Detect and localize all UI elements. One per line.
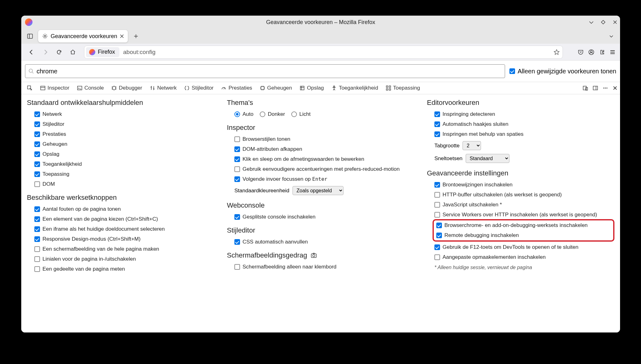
inspector-opt-1[interactable]: DOM-attributen afkappen	[234, 146, 414, 152]
inspector-opt-3[interactable]: Gebruik eenvoudigere accentueringen met …	[234, 166, 414, 172]
pocket-icon[interactable]	[578, 49, 584, 55]
all-tabs-button[interactable]	[606, 31, 617, 42]
tab-accessibility[interactable]: Toegankelijkheid	[328, 83, 381, 93]
close-icon[interactable]	[613, 20, 618, 25]
reload-button[interactable]	[53, 46, 65, 58]
adv-opt-0[interactable]: Brontoewijzingen inschakelen	[434, 182, 614, 188]
toolbox-btn-4[interactable]: Een schermafbeelding van de hele pagina …	[34, 246, 214, 252]
adv-highlight-0[interactable]: Browserchrome- en add-on-debugging-werks…	[436, 222, 611, 229]
search-box[interactable]	[25, 64, 505, 78]
navbar: Firefox about:config	[21, 44, 620, 61]
section-toolbox-buttons-title: Beschikbare werksetknoppen	[27, 194, 214, 202]
tab-memory[interactable]: Geheugen	[257, 83, 295, 93]
forward-button[interactable]	[39, 46, 51, 58]
editor-opt-2[interactable]: Inspringen met behulp van spaties	[434, 131, 614, 137]
content: Alleen gewijzigde voorkeuren tonen Inspe…	[21, 61, 620, 332]
modified-only-checkbox[interactable]: Alleen gewijzigde voorkeuren tonen	[509, 68, 616, 75]
editor-opt-0[interactable]: Inspringing detecteren	[434, 111, 614, 117]
window: Geavanceerde voorkeuren – Mozilla Firefo…	[21, 16, 620, 332]
home-button[interactable]	[67, 46, 79, 58]
color-unit-select[interactable]: Zoals opgesteld	[293, 186, 343, 195]
shortcuts-select[interactable]: Standaard	[466, 154, 509, 163]
css-autocomplete[interactable]: CSS automatisch aanvullen	[234, 239, 414, 245]
section-webconsole-title: Webconsole	[227, 201, 414, 209]
tab-about-config[interactable]: Geavanceerde voorkeuren	[38, 30, 128, 42]
back-button[interactable]	[26, 46, 38, 58]
tab-style[interactable]: Stijleditor	[181, 83, 217, 93]
toolbox-btn-5[interactable]: Linialen voor de pagina in-/uitschakelen	[34, 256, 214, 262]
minimize-icon[interactable]	[589, 20, 594, 25]
pick-element-button[interactable]	[24, 83, 36, 93]
theme-dark[interactable]: Donker	[260, 111, 285, 117]
adv-opt-1[interactable]: HTTP-buffer uitschakelen (als werkset is…	[434, 192, 614, 198]
tab-network[interactable]: Netwerk	[147, 83, 180, 93]
toolbox-btn-0[interactable]: Aantal fouten op de pagina tonen	[34, 206, 214, 212]
checkbox-icon	[234, 136, 240, 142]
svg-point-26	[605, 87, 606, 88]
toolbox-btn-3[interactable]: Responsive Design-modus (Ctrl+Shift+M)	[34, 236, 214, 242]
tab-storage[interactable]: Opslag	[296, 83, 327, 93]
default-tool-2[interactable]: Prestaties	[34, 131, 214, 137]
maximize-icon[interactable]	[601, 20, 606, 25]
checkbox-icon	[234, 264, 240, 270]
menu-icon[interactable]	[609, 49, 616, 55]
new-tab-button[interactable]	[130, 31, 142, 42]
tab-application[interactable]: Toepassing	[383, 83, 423, 93]
adv-highlight-1[interactable]: Remote debugging inschakelen	[436, 232, 611, 239]
theme-auto[interactable]: Auto	[234, 111, 253, 117]
inspector-opt-0[interactable]: Browserstijlen tonen	[234, 136, 414, 142]
adv-opt-2[interactable]: JavaScript uitschakelen *	[434, 202, 614, 208]
dock-side-icon[interactable]	[593, 85, 598, 91]
checkbox-icon	[34, 216, 40, 222]
default-tool-6[interactable]: Toepassing	[34, 171, 214, 177]
svg-rect-10	[78, 86, 82, 90]
firefox-logo-icon	[89, 49, 95, 55]
responsive-mode-icon[interactable]	[583, 85, 588, 91]
editor-opt-1[interactable]: Automatisch haakjes sluiten	[434, 121, 614, 127]
adv-opt-3[interactable]: Service Workers over HTTP inschakelen (a…	[434, 212, 614, 218]
adv-opt-after-0[interactable]: Gebruik de F12-toets om DevTools te open…	[434, 244, 614, 250]
close-devtools-icon[interactable]	[613, 86, 618, 91]
split-console[interactable]: Gesplitste console inschakelen	[234, 214, 414, 220]
default-tool-5[interactable]: Toegankelijkheid	[34, 161, 214, 167]
default-tool-0[interactable]: Netwerk	[34, 111, 214, 117]
tab-inspector[interactable]: Inspector	[37, 83, 73, 93]
svg-rect-20	[389, 89, 391, 90]
default-tool-1[interactable]: Stijleditor	[34, 121, 214, 127]
checkbox-icon	[434, 182, 440, 188]
account-icon[interactable]	[588, 49, 594, 55]
checkbox-icon	[434, 192, 440, 198]
section-default-tools-title: Standaard ontwikkelaarshulpmiddelen	[27, 99, 214, 107]
extensions-icon[interactable]	[599, 49, 605, 55]
default-tool-3[interactable]: Geheugen	[34, 141, 214, 147]
svg-rect-13	[300, 86, 304, 90]
checkbox-icon	[34, 121, 40, 127]
theme-light[interactable]: Licht	[291, 111, 311, 117]
url-identity-box[interactable]: Firefox	[86, 47, 119, 57]
toolbox-btn-2[interactable]: Een iframe als het huidige doeldocument …	[34, 226, 214, 232]
inspector-opt-2[interactable]: Klik en sleep om de afmetingswaarden te …	[234, 156, 414, 162]
checkbox-icon	[434, 254, 440, 260]
screenshot-clipboard[interactable]: Schermafbeelding alleen naar klembord	[234, 264, 414, 270]
tab-debugger[interactable]: Debugger	[108, 83, 145, 93]
tab-console[interactable]: Console	[74, 83, 107, 93]
tab-close-icon[interactable]	[120, 34, 124, 38]
default-tool-7[interactable]: DOM	[34, 181, 214, 187]
focus-next-input[interactable]: Volgende invoer focussen op Enter	[227, 176, 414, 182]
search-input[interactable]	[37, 68, 502, 75]
toolbox-btn-6[interactable]: Een gedeelte van de pagina meten	[34, 266, 214, 272]
tab-performance[interactable]: Prestaties	[218, 83, 255, 93]
window-title: Geavanceerde voorkeuren – Mozilla Firefo…	[266, 19, 375, 26]
column-middle: Thema's Auto Donker Licht Inspector Brow…	[227, 99, 414, 328]
default-tool-4[interactable]: Opslag	[34, 151, 214, 157]
kebab-icon[interactable]	[603, 85, 608, 91]
toolbox-btn-1[interactable]: Een element van de pagina kiezen (Ctrl+S…	[34, 216, 214, 222]
bookmark-star-icon[interactable]	[553, 49, 560, 55]
checkbox-icon	[434, 202, 440, 208]
sidebar-button[interactable]	[24, 31, 36, 42]
checkbox-icon	[434, 121, 440, 127]
svg-point-11	[113, 86, 116, 90]
tabsize-select[interactable]: 2	[463, 141, 481, 150]
adv-opt-after-1[interactable]: Aangepaste opmaakelementen inschakelen	[434, 254, 614, 260]
urlbar[interactable]: Firefox about:config	[84, 46, 563, 58]
